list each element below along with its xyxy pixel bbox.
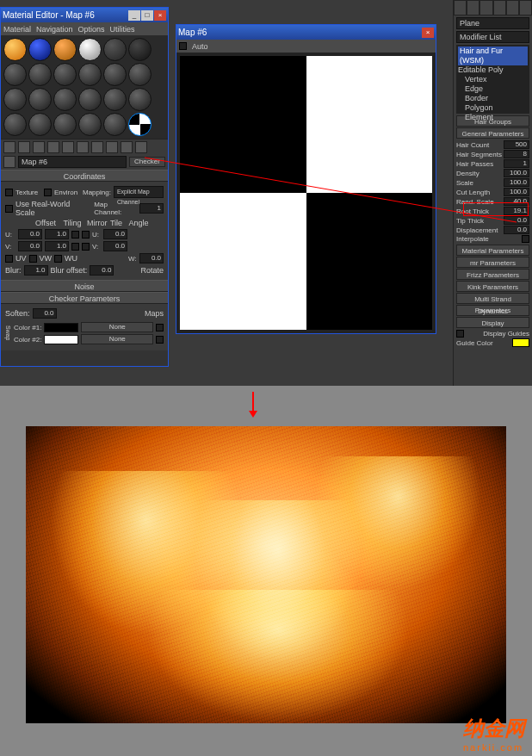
hair-segments-spinner[interactable]: 8: [504, 150, 529, 158]
material-slot[interactable]: [3, 38, 27, 61]
hierarchy-tab[interactable]: [479, 0, 492, 15]
material-slot[interactable]: [128, 63, 152, 86]
general-parameters-title[interactable]: General Parameters: [456, 127, 529, 139]
u-offset-spinner[interactable]: 0.0: [18, 229, 42, 239]
hair-passes-spinner[interactable]: 1: [504, 159, 529, 168]
real-world-checkbox[interactable]: [5, 205, 13, 213]
menu-navigation[interactable]: Navigation: [36, 25, 73, 34]
modifier-list-dropdown[interactable]: Modifier List: [456, 31, 529, 43]
material-slot[interactable]: [28, 38, 52, 61]
v-tile-checkbox[interactable]: [82, 243, 90, 251]
coordinates-rollout-title[interactable]: Coordinates: [1, 170, 168, 182]
root-thick-spinner[interactable]: 19.1: [504, 207, 529, 215]
material-slot[interactable]: [53, 38, 77, 61]
u-tile-checkbox[interactable]: [82, 231, 90, 239]
material-slot[interactable]: [103, 63, 127, 86]
material-slot[interactable]: [53, 63, 77, 86]
map-preview-titlebar[interactable]: Map #6 ×: [176, 25, 436, 40]
checker-rollout-title[interactable]: Checker Parameters: [1, 292, 168, 304]
material-slot[interactable]: [78, 113, 102, 136]
vw-radio[interactable]: [29, 255, 37, 263]
noise-rollout-title[interactable]: Noise: [1, 280, 168, 292]
show-map-icon[interactable]: [77, 141, 89, 153]
select-icon[interactable]: [121, 141, 133, 153]
scale-spinner[interactable]: 100.0: [504, 178, 529, 187]
map-name-input[interactable]: Map #6: [18, 156, 127, 168]
material-slot[interactable]: [53, 113, 77, 136]
stack-sub[interactable]: Polygon: [458, 103, 528, 113]
modifier-stack[interactable]: Hair and Fur (WSM) Editable Poly Vertex …: [456, 45, 529, 114]
material-slot[interactable]: [28, 63, 52, 86]
stack-sub[interactable]: Vertex: [458, 75, 528, 84]
create-tab[interactable]: [454, 0, 467, 15]
guide-color-swatch[interactable]: [512, 338, 529, 347]
close-button[interactable]: ×: [422, 28, 434, 38]
options-icon[interactable]: [106, 141, 118, 153]
v-offset-spinner[interactable]: 0.0: [18, 241, 42, 251]
modify-tab[interactable]: [467, 0, 479, 15]
material-slot[interactable]: [128, 38, 152, 61]
u-angle-spinner[interactable]: 0.0: [103, 229, 127, 239]
blur-offset-spinner[interactable]: 0.0: [90, 265, 114, 276]
material-slot[interactable]: [103, 38, 127, 61]
material-slot[interactable]: [78, 88, 102, 111]
close-button[interactable]: ×: [154, 10, 166, 21]
reset-icon[interactable]: [47, 141, 59, 153]
material-slot[interactable]: [103, 113, 127, 136]
texture-radio[interactable]: [5, 189, 13, 196]
material-slot[interactable]: [3, 88, 27, 111]
map-type-button[interactable]: Checker: [129, 157, 165, 167]
material-slot-checker[interactable]: [128, 113, 152, 136]
display-rollout[interactable]: Display: [456, 317, 529, 328]
v-angle-spinner[interactable]: 0.0: [103, 241, 127, 251]
color2-map-button[interactable]: None: [81, 334, 153, 344]
assign-icon[interactable]: [18, 141, 30, 153]
interpolate-checkbox[interactable]: [522, 235, 529, 243]
rand-scale-spinner[interactable]: 40.0: [504, 197, 529, 206]
material-slot[interactable]: [128, 88, 152, 111]
motion-tab[interactable]: [493, 0, 506, 15]
menu-options[interactable]: Options: [78, 25, 105, 34]
delete-icon[interactable]: [33, 141, 45, 153]
material-parameters-rollout[interactable]: Material Parameters: [456, 245, 529, 256]
swap-button[interactable]: Swap: [5, 325, 11, 341]
w-angle-spinner[interactable]: 0.0: [139, 253, 164, 263]
object-name-input[interactable]: Plane: [456, 17, 529, 29]
utilities-tab[interactable]: [519, 0, 532, 15]
material-slot[interactable]: [28, 113, 52, 136]
material-slot[interactable]: [3, 63, 27, 86]
minimize-button[interactable]: _: [128, 10, 140, 21]
uv-radio[interactable]: [5, 255, 13, 263]
color1-swatch[interactable]: [44, 323, 78, 332]
material-slot[interactable]: [103, 88, 127, 111]
material-slot[interactable]: [53, 88, 77, 111]
goto-parent-icon[interactable]: [3, 156, 15, 168]
rotate-button[interactable]: Rotate: [140, 266, 164, 275]
u-tiling-spinner[interactable]: 1.0: [45, 229, 69, 239]
by-name-icon[interactable]: [135, 141, 147, 153]
dynamics-rollout[interactable]: Dynamics: [456, 305, 529, 316]
menu-material[interactable]: Material: [3, 25, 31, 34]
tip-thick-spinner[interactable]: 0.0: [504, 216, 529, 225]
display-tab[interactable]: [506, 0, 519, 15]
environ-radio[interactable]: [44, 189, 52, 196]
v-mirror-checkbox[interactable]: [71, 243, 79, 251]
map-channel-spinner[interactable]: 1: [139, 203, 164, 214]
kink-parameters-rollout[interactable]: Kink Parameters: [456, 281, 529, 292]
material-slot[interactable]: [28, 88, 52, 111]
maximize-button[interactable]: □: [141, 10, 153, 21]
material-slot[interactable]: [78, 63, 102, 86]
blur-spinner[interactable]: 1.0: [24, 265, 48, 276]
soften-spinner[interactable]: 0.0: [33, 308, 57, 319]
pin-icon[interactable]: [62, 141, 74, 153]
display-guides-checkbox[interactable]: [456, 330, 464, 338]
multi-strand-parameters-rollout[interactable]: Multi Strand Parameters: [456, 293, 529, 304]
stack-sub[interactable]: Border: [458, 94, 528, 103]
auto-checkbox[interactable]: [179, 42, 187, 50]
density-spinner[interactable]: 100.0: [504, 169, 529, 177]
next-icon[interactable]: [91, 141, 103, 153]
material-slot[interactable]: [78, 38, 102, 61]
mapping-dropdown[interactable]: Explicit Map Channel: [114, 186, 164, 198]
material-editor-titlebar[interactable]: Material Editor - Map #6 _ □ ×: [1, 8, 168, 22]
displacement-spinner[interactable]: 0.0: [504, 226, 529, 234]
